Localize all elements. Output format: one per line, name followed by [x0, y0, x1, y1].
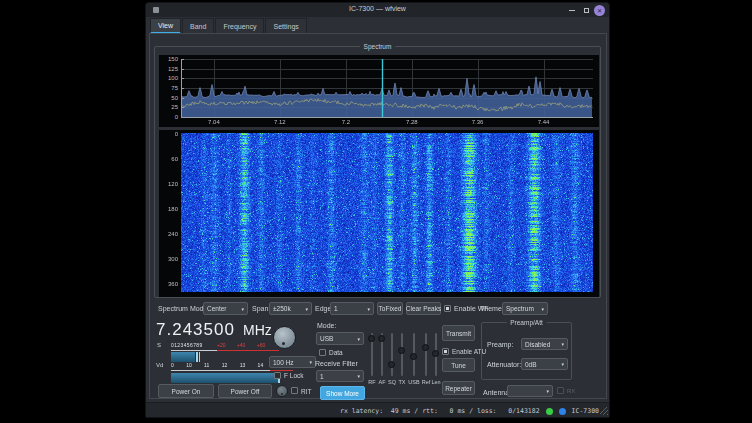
- rx-label: RX: [567, 387, 575, 396]
- tuning-step-select[interactable]: 100 Hz▾: [269, 356, 316, 368]
- tab-band[interactable]: Band: [182, 18, 214, 34]
- dropdown-arrow-icon: ▾: [367, 306, 370, 312]
- edge-label: Edge: [315, 304, 331, 313]
- knob-dot: [282, 342, 285, 345]
- waterfall-y-tick: 0: [160, 131, 178, 138]
- s-meter-peak-marker: [196, 352, 198, 362]
- titlebar[interactable]: IC-7300 — wfview ✕: [146, 3, 609, 17]
- attenuator-value: 0dB: [525, 361, 537, 368]
- tuning-step-value: 100 Hz: [273, 359, 294, 366]
- window-title: IC-7300 — wfview: [146, 5, 609, 12]
- enable-atu-checkbox[interactable]: [442, 348, 449, 355]
- show-more-button[interactable]: Show More: [320, 386, 365, 400]
- dropdown-arrow-icon: ▾: [546, 388, 549, 394]
- tab-settings[interactable]: Settings: [265, 18, 306, 34]
- spectrum-x-axis: 7.047.127.27.287.367.44: [181, 119, 593, 126]
- spectrum-mode-select[interactable]: Center▾: [203, 302, 248, 315]
- spectrum-mode-label: Spectrum Mode:: [158, 304, 209, 313]
- slider-handle-sq[interactable]: [388, 361, 395, 368]
- waterfall-canvas[interactable]: [181, 133, 593, 292]
- span-value: ±250k: [273, 305, 291, 312]
- waterfall-y-tick: 240: [160, 231, 178, 238]
- slider-track-tx[interactable]: [401, 333, 403, 376]
- span-select[interactable]: ±250k▾: [269, 302, 312, 315]
- dropdown-arrow-icon: ▾: [357, 373, 360, 379]
- waterfall-y-tick: 120: [160, 181, 178, 188]
- vd-meter-label: Vd: [156, 361, 163, 370]
- data-checkbox[interactable]: [319, 349, 326, 356]
- preamp-att-groupbox: Preamp/Att Preamp: Disabled▾ Attenuator:…: [481, 322, 572, 380]
- dropdown-arrow-icon: ▾: [305, 306, 308, 312]
- receive-filter-label: Receive Filter: [315, 359, 358, 368]
- slider-handle-rf[interactable]: [368, 335, 375, 342]
- minimize-icon: [569, 10, 575, 11]
- tab-frequency[interactable]: Frequency: [215, 18, 264, 34]
- s-meter-scale-red: +20 +40 +60: [217, 342, 265, 348]
- flock-checkbox[interactable]: [274, 372, 281, 379]
- frequency-display[interactable]: 7.243500: [156, 320, 235, 340]
- app-window: IC-7300 — wfview ✕ View Band Frequency S…: [145, 2, 610, 418]
- span-label: Span:: [252, 304, 270, 313]
- rx-checkbox: [557, 387, 564, 394]
- status-bar: rx latency: 49 ms / rtt: 0 ms / loss: 0/…: [146, 402, 610, 418]
- theme-select[interactable]: Spectrum▾: [502, 302, 548, 315]
- spectrum-y-tick: 125: [160, 66, 178, 73]
- preamp-label: Preamp:: [487, 340, 513, 349]
- spectrum-x-tick: 7.12: [268, 119, 292, 125]
- slider-track-sq[interactable]: [391, 333, 393, 376]
- mode-select[interactable]: USB▾: [316, 332, 364, 345]
- waterfall-y-tick: 60: [160, 156, 178, 163]
- tune-button[interactable]: Tune: [442, 358, 475, 372]
- tuning-knob[interactable]: [273, 326, 296, 349]
- dropdown-arrow-icon: ▾: [241, 306, 244, 312]
- attenuator-select[interactable]: 0dB▾: [521, 358, 568, 370]
- dropdown-arrow-icon: ▾: [309, 359, 312, 365]
- rit-knob[interactable]: [276, 385, 288, 397]
- slider-handle-tx[interactable]: [398, 347, 405, 354]
- spectrum-group-title: Spectrum: [360, 43, 396, 50]
- spectrum-mode-value: Center: [207, 305, 227, 312]
- resize-grip[interactable]: [600, 407, 608, 415]
- vd-meter-line: [171, 370, 270, 371]
- slider-track-ref[interactable]: [425, 333, 427, 376]
- s-meter-label: S: [157, 341, 161, 350]
- repeater-button[interactable]: Repeater: [442, 381, 475, 395]
- power-off-button[interactable]: Power Off: [218, 384, 272, 398]
- spectrum-y-tick: 150: [160, 56, 178, 63]
- spectrum-y-tick: 25: [160, 104, 178, 111]
- frequency-unit: MHz: [243, 322, 272, 338]
- status-dot-blue: [559, 408, 566, 415]
- rit-checkbox[interactable]: [291, 387, 298, 394]
- close-button[interactable]: ✕: [594, 5, 605, 16]
- maximize-button[interactable]: [581, 6, 591, 15]
- enable-wf-checkbox[interactable]: [444, 305, 451, 312]
- s-meter-line-red: [217, 350, 279, 351]
- level-sliders: RFAFSQTXUSBRefLen: [368, 332, 442, 387]
- status-dot-green: [546, 408, 553, 415]
- rit-label: RIT: [301, 387, 311, 396]
- slider-handle-af[interactable]: [378, 335, 385, 342]
- spectrum-canvas[interactable]: [181, 59, 593, 121]
- slider-handle-usb[interactable]: [410, 353, 417, 360]
- receive-filter-select[interactable]: 1▾: [316, 370, 364, 382]
- spectrum-x-tick: 7.28: [400, 119, 424, 125]
- preamp-select[interactable]: Disabled▾: [521, 338, 568, 350]
- antenna-select[interactable]: ▾: [507, 385, 553, 397]
- spectrum-x-tick: 7.2: [334, 119, 358, 125]
- dropdown-arrow-icon: ▾: [541, 306, 544, 312]
- status-rig-label: IC-7300: [572, 407, 599, 415]
- preamp-value: Disabled: [525, 341, 550, 348]
- power-on-button[interactable]: Power On: [158, 384, 214, 398]
- minimize-button[interactable]: [567, 6, 577, 15]
- spectrum-y-tick: 0: [160, 114, 178, 121]
- tab-view[interactable]: View: [150, 18, 181, 34]
- tofixed-button[interactable]: ToFixed: [377, 302, 403, 315]
- mode-label: Mode:: [317, 321, 336, 330]
- clear-peaks-button[interactable]: Clear Peaks: [406, 302, 441, 315]
- edge-select[interactable]: 1▾: [330, 302, 374, 315]
- slider-handle-ref[interactable]: [422, 344, 429, 351]
- slider-handle-len[interactable]: [432, 350, 439, 357]
- attenuator-label: Attenuator:: [487, 360, 521, 369]
- theme-value: Spectrum: [506, 305, 534, 312]
- transmit-button[interactable]: Transmit: [442, 325, 475, 341]
